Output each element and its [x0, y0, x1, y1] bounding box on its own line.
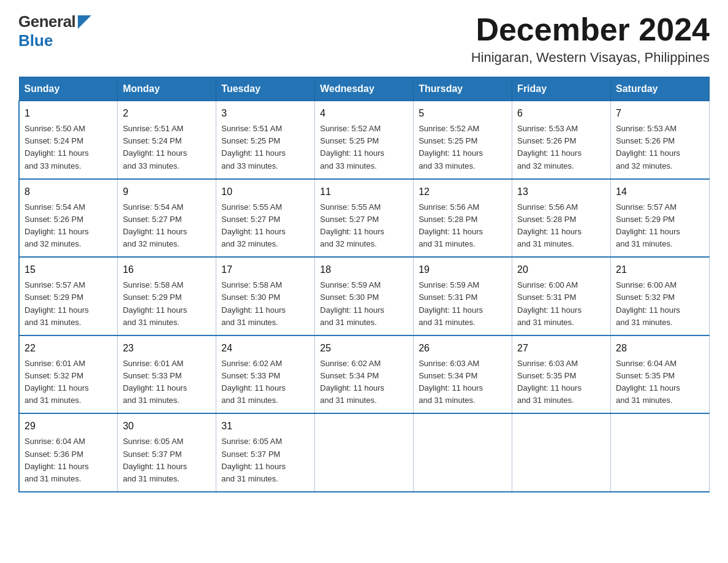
calendar-day-cell: 15Sunrise: 5:57 AMSunset: 5:29 PMDayligh…	[19, 257, 118, 335]
day-info: Sunrise: 6:04 AMSunset: 5:36 PMDaylight:…	[25, 435, 112, 485]
calendar-day-cell: 13Sunrise: 5:56 AMSunset: 5:28 PMDayligh…	[512, 179, 611, 258]
day-number: 7	[616, 106, 704, 121]
day-number: 11	[320, 185, 408, 199]
calendar-day-cell: 12Sunrise: 5:56 AMSunset: 5:28 PMDayligh…	[414, 179, 512, 258]
calendar-day-cell	[414, 413, 512, 492]
calendar-day-cell: 25Sunrise: 6:02 AMSunset: 5:34 PMDayligh…	[315, 335, 414, 414]
day-info: Sunrise: 5:59 AMSunset: 5:31 PMDaylight:…	[419, 279, 507, 329]
calendar-day-cell: 3Sunrise: 5:51 AMSunset: 5:25 PMDaylight…	[216, 101, 315, 179]
calendar-day-cell: 10Sunrise: 5:55 AMSunset: 5:27 PMDayligh…	[216, 179, 315, 258]
day-number: 25	[320, 341, 408, 356]
calendar-day-cell	[611, 413, 710, 492]
day-number: 31	[221, 419, 309, 434]
calendar-day-cell: 2Sunrise: 5:51 AMSunset: 5:24 PMDaylight…	[118, 101, 216, 179]
calendar-header: Sunday Monday Tuesday Wednesday Thursday…	[19, 77, 710, 101]
day-info: Sunrise: 6:01 AMSunset: 5:33 PMDaylight:…	[123, 358, 211, 407]
day-number: 4	[320, 106, 408, 121]
day-number: 2	[123, 106, 211, 121]
header-saturday: Saturday	[611, 77, 710, 101]
calendar-day-cell: 4Sunrise: 5:52 AMSunset: 5:25 PMDaylight…	[315, 101, 414, 179]
day-info: Sunrise: 5:54 AMSunset: 5:26 PMDaylight:…	[25, 201, 112, 251]
calendar-week-row: 29Sunrise: 6:04 AMSunset: 5:36 PMDayligh…	[19, 413, 710, 492]
day-info: Sunrise: 5:59 AMSunset: 5:30 PMDaylight:…	[320, 279, 408, 329]
calendar-day-cell: 22Sunrise: 6:01 AMSunset: 5:32 PMDayligh…	[19, 335, 118, 414]
calendar-table: Sunday Monday Tuesday Wednesday Thursday…	[18, 77, 710, 492]
calendar-day-cell: 8Sunrise: 5:54 AMSunset: 5:26 PMDaylight…	[19, 179, 118, 258]
day-info: Sunrise: 5:56 AMSunset: 5:28 PMDaylight:…	[419, 201, 507, 251]
month-title: December 2024	[471, 12, 710, 47]
day-number: 16	[123, 262, 211, 277]
day-number: 19	[419, 262, 507, 277]
day-info: Sunrise: 5:50 AMSunset: 5:24 PMDaylight:…	[25, 123, 112, 172]
header-friday: Friday	[512, 77, 611, 101]
calendar-day-cell: 27Sunrise: 6:03 AMSunset: 5:35 PMDayligh…	[512, 335, 611, 414]
calendar-day-cell	[512, 413, 611, 492]
header-sunday: Sunday	[19, 77, 118, 101]
day-info: Sunrise: 5:55 AMSunset: 5:27 PMDaylight:…	[221, 201, 309, 251]
day-info: Sunrise: 5:52 AMSunset: 5:25 PMDaylight:…	[419, 123, 507, 172]
calendar-day-cell: 6Sunrise: 5:53 AMSunset: 5:26 PMDaylight…	[512, 101, 611, 179]
header-wednesday: Wednesday	[315, 77, 414, 101]
calendar-day-cell: 7Sunrise: 5:53 AMSunset: 5:26 PMDaylight…	[611, 101, 710, 179]
header-monday: Monday	[118, 77, 216, 101]
day-info: Sunrise: 6:00 AMSunset: 5:31 PMDaylight:…	[517, 279, 605, 329]
day-number: 6	[517, 106, 605, 121]
calendar-week-row: 15Sunrise: 5:57 AMSunset: 5:29 PMDayligh…	[19, 257, 710, 335]
calendar-day-cell: 20Sunrise: 6:00 AMSunset: 5:31 PMDayligh…	[512, 257, 611, 335]
calendar-day-cell: 26Sunrise: 6:03 AMSunset: 5:34 PMDayligh…	[414, 335, 512, 414]
day-number: 20	[517, 262, 605, 277]
day-number: 8	[25, 185, 112, 199]
svg-marker-0	[78, 15, 91, 29]
day-info: Sunrise: 6:03 AMSunset: 5:35 PMDaylight:…	[517, 358, 605, 407]
day-number: 21	[616, 262, 704, 277]
day-number: 15	[25, 262, 112, 277]
day-number: 5	[419, 106, 507, 121]
day-number: 13	[517, 185, 605, 199]
day-info: Sunrise: 6:03 AMSunset: 5:34 PMDaylight:…	[419, 358, 507, 407]
day-number: 28	[616, 341, 704, 356]
day-info: Sunrise: 5:53 AMSunset: 5:26 PMDaylight:…	[616, 123, 704, 172]
calendar-day-cell: 14Sunrise: 5:57 AMSunset: 5:29 PMDayligh…	[611, 179, 710, 258]
day-info: Sunrise: 5:57 AMSunset: 5:29 PMDaylight:…	[25, 279, 112, 329]
day-number: 29	[25, 419, 112, 434]
calendar-day-cell: 19Sunrise: 5:59 AMSunset: 5:31 PMDayligh…	[414, 257, 512, 335]
calendar-week-row: 8Sunrise: 5:54 AMSunset: 5:26 PMDaylight…	[19, 179, 710, 258]
logo: General Blue	[18, 12, 91, 50]
day-info: Sunrise: 6:02 AMSunset: 5:34 PMDaylight:…	[320, 358, 408, 407]
day-info: Sunrise: 5:58 AMSunset: 5:29 PMDaylight:…	[123, 279, 211, 329]
day-info: Sunrise: 6:04 AMSunset: 5:35 PMDaylight:…	[616, 358, 704, 407]
logo-blue-text: Blue	[18, 31, 53, 50]
day-info: Sunrise: 5:57 AMSunset: 5:29 PMDaylight:…	[616, 201, 704, 251]
day-info: Sunrise: 6:05 AMSunset: 5:37 PMDaylight:…	[123, 435, 211, 485]
day-number: 23	[123, 341, 211, 356]
calendar-day-cell: 5Sunrise: 5:52 AMSunset: 5:25 PMDaylight…	[414, 101, 512, 179]
logo-triangle-icon	[78, 15, 91, 29]
day-number: 17	[221, 262, 309, 277]
calendar-day-cell	[315, 413, 414, 492]
day-info: Sunrise: 5:58 AMSunset: 5:30 PMDaylight:…	[221, 279, 309, 329]
day-number: 1	[25, 106, 112, 121]
logo-general-text: General	[18, 12, 75, 31]
calendar-day-cell: 30Sunrise: 6:05 AMSunset: 5:37 PMDayligh…	[118, 413, 216, 492]
calendar-day-cell: 23Sunrise: 6:01 AMSunset: 5:33 PMDayligh…	[118, 335, 216, 414]
day-info: Sunrise: 6:01 AMSunset: 5:32 PMDaylight:…	[25, 358, 112, 407]
calendar-day-cell: 17Sunrise: 5:58 AMSunset: 5:30 PMDayligh…	[216, 257, 315, 335]
calendar-day-cell: 21Sunrise: 6:00 AMSunset: 5:32 PMDayligh…	[611, 257, 710, 335]
calendar-day-cell: 18Sunrise: 5:59 AMSunset: 5:30 PMDayligh…	[315, 257, 414, 335]
day-number: 22	[25, 341, 112, 356]
day-info: Sunrise: 5:51 AMSunset: 5:25 PMDaylight:…	[221, 123, 309, 172]
day-number: 10	[221, 185, 309, 199]
calendar-day-cell: 9Sunrise: 5:54 AMSunset: 5:27 PMDaylight…	[118, 179, 216, 258]
calendar-week-row: 22Sunrise: 6:01 AMSunset: 5:32 PMDayligh…	[19, 335, 710, 414]
title-block: December 2024 Hinigaran, Western Visayas…	[471, 12, 710, 66]
day-info: Sunrise: 5:53 AMSunset: 5:26 PMDaylight:…	[517, 123, 605, 172]
day-info: Sunrise: 6:05 AMSunset: 5:37 PMDaylight:…	[221, 435, 309, 485]
day-info: Sunrise: 5:51 AMSunset: 5:24 PMDaylight:…	[123, 123, 211, 172]
day-info: Sunrise: 5:54 AMSunset: 5:27 PMDaylight:…	[123, 201, 211, 251]
header-thursday: Thursday	[414, 77, 512, 101]
header-row: Sunday Monday Tuesday Wednesday Thursday…	[19, 77, 710, 101]
day-info: Sunrise: 5:55 AMSunset: 5:27 PMDaylight:…	[320, 201, 408, 251]
day-number: 27	[517, 341, 605, 356]
calendar-week-row: 1Sunrise: 5:50 AMSunset: 5:24 PMDaylight…	[19, 101, 710, 179]
calendar-day-cell: 11Sunrise: 5:55 AMSunset: 5:27 PMDayligh…	[315, 179, 414, 258]
